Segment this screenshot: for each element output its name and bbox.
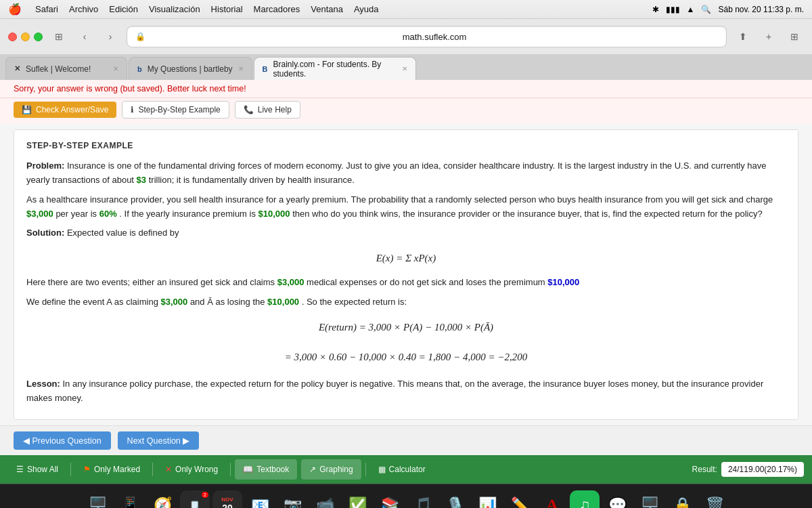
calculator-icon: ▦ [378,465,386,474]
dock-photos[interactable]: 📷 [277,490,307,509]
minimize-button[interactable] [21,33,30,41]
info-icon: ℹ [131,105,134,114]
calculator-label: Calculator [389,465,426,474]
menu-safari[interactable]: Safari [35,4,58,14]
lesson-paragraph: Lesson: In any insurance policy purchase… [26,377,786,406]
para4-paragraph: We define the event A as claiming $3,000… [26,295,786,310]
menu-edicion[interactable]: Edición [109,4,138,14]
dock-notes[interactable]: 2 🗒️ [180,490,210,509]
traffic-lights [8,33,43,41]
forward-button[interactable]: › [101,27,120,46]
check-answer-button[interactable]: 💾 Check Answer/Save [14,102,116,118]
dock-music[interactable]: 🎵 [407,490,437,509]
only-marked-icon: ⚑ [83,465,91,474]
amount6: $3,000 [161,297,188,307]
dock-books[interactable]: 📚 [375,490,405,509]
next-question-button[interactable]: Next Question ▶ [118,431,200,450]
separator1 [70,463,71,476]
dock-facetime[interactable]: 📹 [310,490,340,509]
formula1: E(x) = Σ xP(x) [376,253,436,263]
menu-historial[interactable]: Historial [211,4,243,14]
textbook-button[interactable]: 📖 Textbook [235,459,297,480]
para2c-text: . If the yearly insurance premium is [119,209,258,219]
step-title: STEP-BY-STEP EXAMPLE [26,140,786,152]
formula3: = 3,000 × 0.60 − 10,000 × 0.40 = 1,800 −… [285,352,527,362]
solution-paragraph: Solution: Expected value is defined by [26,226,786,240]
sidebar-toggle[interactable]: ⊞ [49,27,68,46]
tabs-bar: ✕ Suflek | Welcome! ✕ b My Questions | b… [0,54,812,80]
maximize-button[interactable] [34,33,43,41]
dock-pencil[interactable]: ✏️ [505,490,535,509]
dock-messages[interactable]: 💬 [602,490,632,509]
show-all-label: Show All [27,465,58,474]
menu-marcadores[interactable]: Marcadores [254,4,300,14]
close-button[interactable] [8,33,17,41]
tab-icon-suflek: ✕ [14,64,20,73]
menu-archivo[interactable]: Archivo [69,4,98,14]
action-bar: 💾 Check Answer/Save ℹ Step-By-Step Examp… [0,98,812,124]
only-marked-label: Only Marked [94,465,140,474]
address-bar[interactable]: 🔒 math.suflek.com [127,26,727,47]
tab-bartleby[interactable]: b My Questions | bartleby ✕ [129,57,252,80]
formula3-block: = 3,000 × 0.60 − 10,000 × 0.40 = 1,800 −… [26,349,786,365]
live-help-button[interactable]: 📞 Live Help [235,101,300,119]
dock-spotify[interactable]: ♫ [570,490,600,509]
only-wrong-label: Only Wrong [175,465,218,474]
separator3 [230,463,231,476]
menu-visualizacion[interactable]: Visualización [149,4,200,14]
dock-security[interactable]: 🔒 [667,490,697,509]
show-all-button[interactable]: ☰ Show All [8,459,66,480]
error-banner: Sorry, your answer is wrong (but saved).… [0,80,812,98]
graphing-button[interactable]: ↗ Graphing [301,459,361,480]
tab-suflek[interactable]: ✕ Suflek | Welcome! ✕ [5,57,127,80]
tab-brainly[interactable]: B Brainly.com - For students. By student… [254,57,416,80]
para2-text: As a healthcare insurance provider, you … [26,194,773,205]
apple-menu[interactable]: 🍎 [8,3,22,16]
tab-close-suflek[interactable]: ✕ [113,65,118,72]
amount7: $10,000 [267,297,299,307]
question-nav: ◀ Previous Question Next Question ▶ [0,425,812,455]
menubar: 🍎 Safari Archivo Edición Visualización H… [0,0,812,19]
grid-button[interactable]: ⊞ [785,27,804,46]
search-icon[interactable]: 🔍 [701,5,711,14]
dock-cal[interactable]: NOV 20 [212,490,242,509]
step-by-step-button[interactable]: ℹ Step-By-Step Example [122,101,229,119]
wifi-icon: ▲ [687,5,695,14]
tab-icon-brainly: B [263,65,268,73]
para2d-text: then who do you think wins, the insuranc… [292,209,762,219]
dock-safari[interactable]: 🧭 [148,490,177,509]
lesson-label: Lesson: [26,379,60,389]
dock-finder[interactable]: 🖥️ [83,490,112,509]
menu-ayuda[interactable]: Ayuda [354,4,379,14]
problem-text2: trillion; it is fundamentally driven by … [149,175,355,185]
amount5: $10,000 [547,277,579,287]
tab-icon-bartleby: b [137,65,142,73]
add-tab-button[interactable]: + [759,27,778,46]
tab-label-suflek: Suflek | Welcome! [26,64,91,74]
tab-close-bartleby[interactable]: ✕ [238,65,244,72]
datetime: Sáb nov. 20 11:33 p. m. [718,5,804,14]
dock-mail[interactable]: 📧 [245,490,275,509]
dock-trash[interactable]: 🗑️ [700,490,729,509]
phone-icon: 📞 [244,105,254,114]
calculator-button[interactable]: ▦ Calculator [370,459,434,480]
only-wrong-button[interactable]: ✕ Only Wrong [157,459,226,480]
step-label: Step-By-Step Example [138,105,220,114]
menu-ventana[interactable]: Ventana [311,4,343,14]
textbook-label: Textbook [256,465,289,474]
live-label: Live Help [258,105,292,114]
tab-label-brainly: Brainly.com - For students. By students. [273,60,397,79]
dock-podcasts[interactable]: 🎙️ [440,490,470,509]
dock-launchpad[interactable]: 📱 [115,490,145,509]
dock-charts[interactable]: 📊 [472,490,502,509]
prev-question-button[interactable]: ◀ Previous Question [14,431,111,450]
only-marked-button[interactable]: ⚑ Only Marked [75,459,148,480]
dock-a[interactable]: A [537,490,567,509]
show-all-icon: ☰ [16,465,24,474]
tab-close-brainly[interactable]: ✕ [402,65,407,72]
percent: 60% [99,209,117,219]
back-button[interactable]: ‹ [75,27,94,46]
dock-monitor[interactable]: 🖥️ [635,490,664,509]
share-button[interactable]: ⬆ [734,27,752,46]
dock-reminders[interactable]: ✅ [342,490,372,509]
